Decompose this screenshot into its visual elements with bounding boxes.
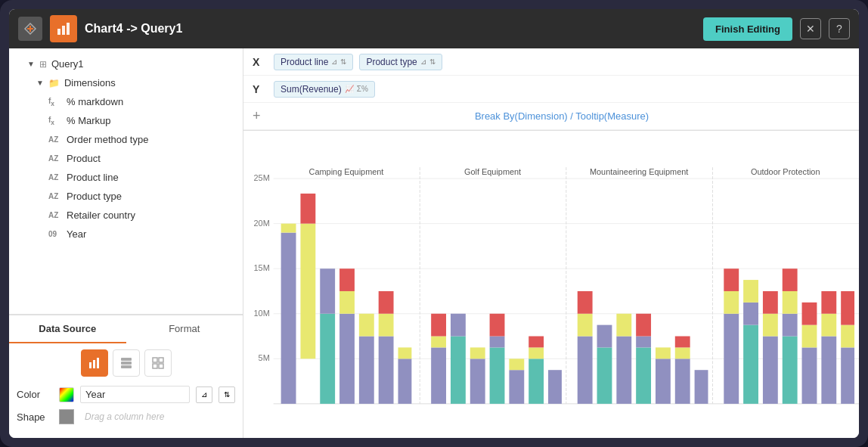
bar bbox=[783, 291, 798, 314]
shape-label: Shape bbox=[17, 411, 53, 423]
y-pill-sum-revenue[interactable]: Sum(Revenue) 📈 Σ% bbox=[274, 81, 375, 98]
sidebar-item-product[interactable]: AZ Product bbox=[9, 149, 243, 168]
cat-label-mountaineering: Mountaineering Equipment bbox=[590, 167, 688, 176]
sidebar-item-year[interactable]: 09 Year bbox=[9, 225, 243, 244]
tab-data-source[interactable]: Data Source bbox=[9, 315, 126, 343]
x-axis-label: X bbox=[253, 56, 268, 68]
sidebar-item-order-method[interactable]: AZ Order method type bbox=[9, 130, 243, 149]
bar bbox=[597, 325, 612, 348]
help-button[interactable]: ? bbox=[829, 18, 850, 39]
sidebar-tabs: Data Source Format bbox=[9, 314, 243, 342]
bar bbox=[509, 359, 524, 370]
bar bbox=[616, 337, 631, 404]
finish-editing-button[interactable]: Finish Editing bbox=[703, 17, 792, 41]
help-icon: ? bbox=[836, 23, 842, 35]
color-sort-icon[interactable]: ⇅ bbox=[219, 386, 235, 403]
close-icon: ✕ bbox=[806, 23, 815, 35]
break-by-text[interactable]: Break By(Dimension) / Tooltip(Measure) bbox=[274, 110, 850, 122]
close-button[interactable]: ✕ bbox=[800, 18, 821, 39]
x-pill-product-type[interactable]: Product type ⊿ ⇅ bbox=[359, 54, 442, 70]
stack-chart-icon-btn[interactable] bbox=[113, 349, 140, 377]
bar bbox=[616, 314, 631, 337]
break-by-row: + Break By(Dimension) / Tooltip(Measure) bbox=[243, 103, 859, 130]
pill-chart-icon: 📈 bbox=[345, 85, 354, 93]
axis-config: X Product line ⊿ ⇅ Product type ⊿ ⇅ bbox=[243, 48, 859, 131]
bar bbox=[398, 359, 411, 404]
y-label-5m: 5M bbox=[259, 353, 270, 362]
add-axis-button[interactable]: + bbox=[253, 108, 268, 124]
cat-label-outdoor: Outdoor Protection bbox=[751, 167, 820, 176]
color-value[interactable]: Year bbox=[80, 386, 190, 403]
svg-rect-8 bbox=[121, 365, 132, 368]
bar bbox=[656, 347, 671, 359]
bar bbox=[490, 337, 505, 348]
bar bbox=[724, 269, 739, 291]
bar bbox=[431, 314, 446, 337]
chart-canvas: 25M 20M 15M 10M 5M bbox=[243, 131, 859, 438]
drag-placeholder[interactable]: Drag a column here bbox=[80, 409, 235, 424]
bar-chart-icon-btn[interactable] bbox=[81, 349, 108, 377]
bar bbox=[379, 337, 394, 404]
bar bbox=[431, 337, 446, 348]
bar bbox=[431, 347, 446, 403]
bar bbox=[802, 347, 817, 403]
bar bbox=[597, 347, 612, 403]
tab-format[interactable]: Format bbox=[126, 315, 243, 343]
bar bbox=[300, 224, 315, 359]
svg-rect-5 bbox=[97, 358, 99, 368]
y-label-15m: 15M bbox=[254, 263, 270, 272]
bar bbox=[724, 314, 739, 404]
bar bbox=[821, 291, 836, 314]
app-container: Chart4 -> Query1 Finish Editing ✕ ? ▼ ⊞ … bbox=[9, 9, 859, 438]
bar bbox=[821, 314, 836, 337]
bar bbox=[490, 314, 505, 337]
chart-area: X Product line ⊿ ⇅ Product type ⊿ ⇅ bbox=[243, 48, 859, 438]
sidebar-item-product-line[interactable]: AZ Product line bbox=[9, 168, 243, 187]
main-body: ▼ ⊞ Query1 ▼ 📁 Dimensions fx % markdown bbox=[9, 48, 859, 438]
bar bbox=[743, 325, 758, 404]
bar bbox=[359, 337, 374, 404]
pill-sigma-icon: Σ% bbox=[357, 85, 368, 93]
sidebar-item-dimensions[interactable]: ▼ 📁 Dimensions bbox=[9, 73, 243, 92]
sidebar-item-pct-markdown[interactable]: fx % markdown bbox=[9, 92, 243, 111]
bar bbox=[578, 337, 593, 404]
bar bbox=[470, 359, 485, 404]
svg-rect-1 bbox=[62, 26, 65, 35]
sidebar-item-query1[interactable]: ▼ ⊞ Query1 bbox=[9, 54, 243, 73]
shape-swatch bbox=[59, 409, 74, 424]
page-title: Chart4 -> Query1 bbox=[85, 22, 696, 36]
bar bbox=[320, 269, 335, 314]
x-pill-product-line[interactable]: Product line ⊿ ⇅ bbox=[274, 54, 353, 70]
bar bbox=[675, 359, 690, 404]
bar bbox=[451, 337, 466, 404]
pill-sort-icon: ⇅ bbox=[340, 57, 346, 66]
chart-svg: 25M 20M 15M 10M 5M bbox=[243, 137, 859, 438]
y-label-20m: 20M bbox=[254, 219, 270, 228]
sidebar-item-pct-markup[interactable]: fx % Markup bbox=[9, 111, 243, 130]
bar bbox=[578, 291, 593, 314]
bar bbox=[339, 314, 355, 404]
tree-arrow-icon: ▼ bbox=[27, 60, 35, 68]
chart-nav-icon[interactable] bbox=[50, 15, 77, 42]
bar bbox=[743, 280, 758, 303]
color-swatch[interactable] bbox=[59, 387, 74, 402]
table-chart-icon-btn[interactable] bbox=[144, 349, 172, 377]
color-filter-icon[interactable]: ⊿ bbox=[196, 386, 212, 403]
bar bbox=[398, 347, 411, 359]
bar bbox=[300, 194, 315, 224]
sidebar-item-retailer-country[interactable]: AZ Retailer country bbox=[9, 206, 243, 225]
svg-rect-9 bbox=[153, 358, 157, 362]
svg-rect-4 bbox=[93, 360, 95, 368]
bar bbox=[529, 337, 544, 348]
bar bbox=[281, 233, 296, 404]
tablet-frame: Chart4 -> Query1 Finish Editing ✕ ? ▼ ⊞ … bbox=[0, 0, 868, 447]
bar bbox=[470, 347, 485, 359]
y-axis-label: Y bbox=[253, 83, 268, 95]
sidebar-item-product-type[interactable]: AZ Product type bbox=[9, 187, 243, 206]
bar bbox=[529, 359, 544, 404]
bar bbox=[636, 347, 651, 403]
bar bbox=[548, 370, 562, 404]
bar bbox=[281, 224, 296, 233]
y-label-10m: 10M bbox=[254, 309, 270, 318]
color-prop-row: Color Year ⊿ ⇅ bbox=[17, 386, 235, 403]
